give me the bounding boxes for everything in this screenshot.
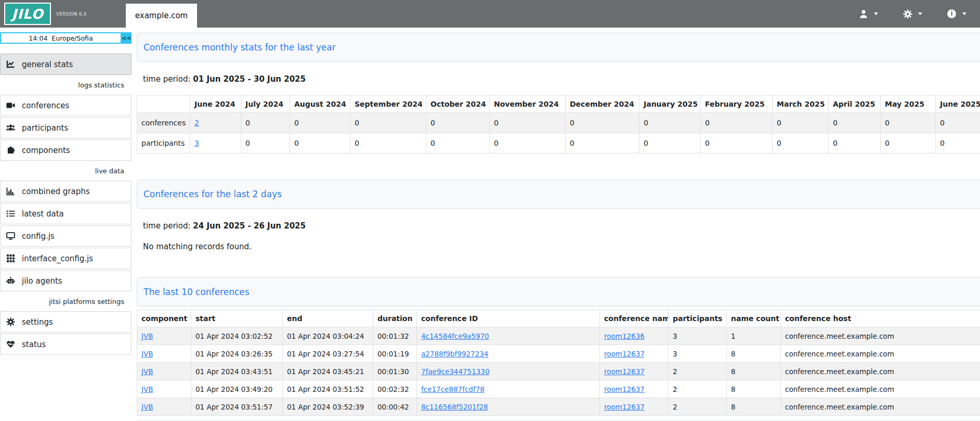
panel-last-10-header[interactable]: The last 10 conferences [137, 277, 980, 307]
info-menu[interactable]: i [947, 9, 966, 19]
conferences-count-link[interactable]: 2 [194, 119, 199, 127]
sidebar-item-status[interactable]: status [0, 334, 132, 355]
conference-id-cell: 8c116568f5201f28 [417, 398, 600, 416]
gear-menu[interactable] [903, 9, 922, 19]
conference-name-link[interactable]: room12636 [604, 332, 645, 340]
column-header-july-2024: July 2024 [241, 96, 290, 113]
name-count-cell: 8 [727, 345, 781, 363]
time-period-value: 24 Jun 2025 - 26 Jun 2025 [193, 221, 306, 231]
sidebar-item-components[interactable]: components [0, 139, 132, 161]
sidebar-item-latest-data[interactable]: latest data [0, 203, 132, 224]
clock-text: 14:04 [29, 34, 47, 42]
time-period-value: 01 Jun 2025 - 30 Jun 2025 [193, 74, 306, 84]
table-cell: 0 [350, 133, 426, 154]
conference-name-cell: room12637 [600, 398, 669, 416]
sidebar-collapse-button[interactable]: << [122, 32, 132, 44]
table-cell: 0 [426, 113, 490, 133]
column-header-april-2025: April 2025 [829, 96, 881, 113]
section-last-2-days: Conferences for the last 2 days time per… [137, 180, 980, 251]
table-cell: 0 [290, 133, 350, 154]
platform-tab[interactable]: example.com [126, 4, 197, 28]
sidebar-section-logs-statistics: logs statistics [0, 77, 132, 93]
sidebar-nav: general statslogs statisticsconferencesp… [0, 54, 132, 355]
column-header-december-2024: December 2024 [566, 96, 639, 113]
panel-title: Conferences monthly stats for the last y… [143, 42, 336, 53]
conference-id-link[interactable]: 4c14584fce9a5970 [421, 332, 489, 340]
participants-cell: 2 [669, 380, 727, 398]
sidebar-item-general-stats[interactable]: general stats [0, 54, 132, 75]
conference-id-link[interactable]: fce17ce887fcdf78 [421, 385, 485, 393]
sidebar-item-interface-config-js[interactable]: interface_config.js [0, 248, 132, 269]
sidebar-item-config-js[interactable]: config.js [0, 225, 132, 247]
conference-name-cell: room12637 [600, 345, 669, 363]
duration-cell: 00:01:30 [373, 363, 417, 380]
heart-pulse-icon [6, 340, 15, 349]
table-cell: 0 [566, 113, 639, 133]
sidebar-item-conferences[interactable]: conferences [0, 95, 132, 116]
monthly-stats-table: June 2024July 2024August 2024September 2… [137, 95, 980, 154]
jilo-logo[interactable]: JILO [4, 3, 51, 25]
component-link[interactable]: JVB [141, 385, 153, 393]
start-cell: 01 Apr 2024 03:49:20 [191, 380, 283, 398]
column-header-may-2025: May 2025 [881, 96, 936, 113]
conference-id-link[interactable]: 7fae9ce344751330 [421, 367, 490, 376]
caret-down-icon [874, 12, 878, 15]
end-cell: 01 Apr 2024 03:27:54 [283, 345, 373, 363]
panel-monthly-stats-header[interactable]: Conferences monthly stats for the last y… [137, 33, 980, 62]
topbar-menus: i [859, 9, 966, 19]
conference-name-cell: room12636 [600, 327, 669, 345]
table-cell: 3 [190, 133, 241, 154]
component-link[interactable]: JVB [141, 332, 153, 340]
column-header-conference-name: conference name [600, 310, 669, 327]
start-cell: 01 Apr 2024 03:43:51 [191, 363, 283, 380]
duration-cell: 00:01:32 [373, 327, 417, 345]
conference-name-link[interactable]: room12637 [604, 385, 645, 393]
component-cell: JVB [137, 345, 191, 363]
sidebar-item-label: config.js [22, 232, 55, 241]
table-header-row: componentstartenddurationconference IDco… [137, 310, 980, 327]
conference-name-link[interactable]: room12637 [604, 350, 645, 358]
section-last-10: The last 10 conferences componentstarten… [137, 277, 980, 421]
sidebar-item-participants[interactable]: participants [0, 117, 132, 138]
sidebar-item-combined-graphs[interactable]: combined graphs [0, 181, 132, 202]
component-link[interactable]: JVB [141, 367, 153, 376]
user-menu[interactable] [859, 9, 878, 19]
column-header-february-2025: February 2025 [701, 96, 773, 113]
panel-title: The last 10 conferences [143, 287, 250, 297]
section-monthly-stats: Conferences monthly stats for the last y… [137, 33, 980, 154]
conference-name-link[interactable]: room12637 [604, 367, 645, 376]
conference-name-link[interactable]: room12637 [604, 403, 645, 411]
table-cell: 0 [490, 113, 566, 133]
start-cell: 01 Apr 2024 03:02:52 [191, 327, 283, 345]
name-count-cell: 8 [727, 380, 781, 398]
row-label: participants [137, 133, 190, 154]
column-header-august-2024: August 2024 [290, 96, 350, 113]
conference-id-link[interactable]: a2788f9bf9927234 [421, 350, 488, 358]
start-cell: 01 Apr 2024 03:26:35 [191, 345, 283, 363]
table-cell: 0 [639, 113, 701, 133]
sidebar-item-jilo-agents[interactable]: jilo agents [0, 270, 132, 291]
component-link[interactable]: JVB [141, 350, 153, 358]
main-content: Conferences monthly stats for the last y… [132, 28, 980, 421]
table-row: participants3000000000000 [137, 133, 980, 154]
component-link[interactable]: JVB [141, 403, 153, 411]
sidebar: 14:04 Europe/Sofia << general statslogs … [0, 28, 132, 421]
sidebar-item-settings[interactable]: settings [0, 311, 132, 333]
table-cell: 0 [773, 113, 829, 133]
component-cell: JVB [137, 398, 191, 416]
table-cell: 0 [936, 133, 980, 154]
table-cell: 0 [829, 133, 881, 154]
table-cell: 0 [426, 133, 490, 154]
user-icon [859, 9, 868, 19]
participants-count-link[interactable]: 3 [194, 139, 199, 147]
column-header-november-2024: November 2024 [490, 96, 566, 113]
timezone-text: Europe/Sofia [51, 34, 93, 42]
table-row: JVB01 Apr 2024 03:43:5101 Apr 2024 03:45… [137, 363, 980, 380]
sidebar-item-label: jilo agents [22, 276, 62, 286]
duration-cell: 00:00:42 [373, 398, 417, 416]
table-cell: 0 [490, 133, 566, 154]
column-header-component: component [137, 310, 191, 327]
panel-last-2-days-header[interactable]: Conferences for the last 2 days [137, 180, 980, 209]
gear-icon [6, 317, 15, 326]
conference-id-link[interactable]: 8c116568f5201f28 [421, 403, 488, 411]
